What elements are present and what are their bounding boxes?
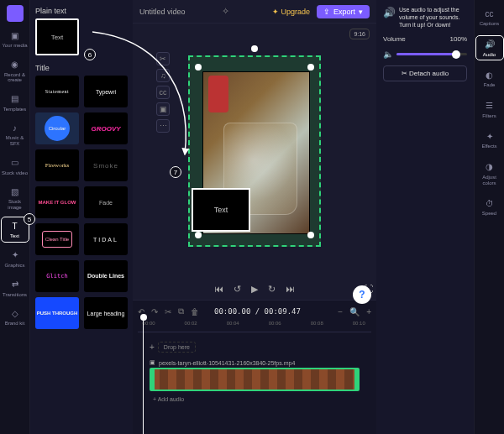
tile-circular[interactable]: Circular (35, 112, 79, 144)
clip-filename-row: ▣ pexels-taryn-elliott-10541431-2160x384… (138, 359, 371, 366)
speed-icon: ⏱ (484, 197, 496, 209)
tool-crop-icon[interactable]: ✂ (156, 52, 170, 65)
drop-zone[interactable]: Drop here (158, 342, 196, 353)
resize-handle[interactable] (195, 232, 202, 238)
slider-thumb[interactable] (452, 50, 460, 59)
resize-handle[interactable] (307, 64, 314, 71)
add-track-icon[interactable]: + (150, 342, 155, 352)
rail-templates[interactable]: ▤Templates (2, 91, 29, 115)
rail-fade[interactable]: ◐Fade (476, 66, 503, 91)
fade-icon: ◐ (484, 69, 496, 81)
tile-smoke[interactable]: Smoke (84, 149, 128, 181)
tile-push-through[interactable]: PUSH THROUGH (35, 297, 79, 329)
text-element[interactable]: Text (192, 188, 250, 232)
tile-double-lines[interactable]: Double Lines (84, 260, 128, 292)
text-panel: Plain text Text Title Statement Typewri … (30, 0, 133, 434)
tool-more-icon[interactable]: ⋯ (156, 119, 170, 133)
export-button[interactable]: ⇪ Export ▾ (317, 5, 370, 18)
tile-statement[interactable]: Statement (35, 76, 79, 107)
volume-slider[interactable]: 🔈 (383, 50, 467, 59)
tile-groovy[interactable]: GROOVY (84, 112, 128, 144)
rail-speed[interactable]: ⏱Speed (476, 195, 503, 219)
app-logo[interactable] (7, 5, 24, 22)
rail-text[interactable]: TText (2, 217, 29, 242)
delete-button[interactable]: 🗑 (191, 307, 199, 316)
title-header: Title (35, 64, 128, 72)
video-clip[interactable] (150, 368, 360, 391)
playhead[interactable] (143, 319, 144, 434)
speaker-emoji-icon: 🔊 (383, 7, 396, 29)
rail-stock-image[interactable]: ▧Stock image (2, 183, 29, 212)
tile-large-heading[interactable]: Large heading (84, 297, 128, 329)
properties-panel: 🔊 Use audio to adjust the volume of your… (376, 0, 474, 434)
zoom-out-button[interactable]: − (338, 307, 343, 316)
audio-tip: 🔊 Use audio to adjust the volume of your… (383, 7, 467, 29)
drop-track[interactable]: + Drop here (138, 336, 371, 358)
copy-button[interactable]: ⧉ (178, 306, 184, 316)
rail-transitions[interactable]: ⇄Transitions (2, 276, 29, 301)
rail-your-media[interactable]: ▣Your media (2, 27, 29, 51)
tile-make-it-glow[interactable]: MAKE IT GLOW (35, 186, 79, 218)
plain-text-header: Plain text (35, 7, 128, 15)
resize-handle[interactable] (307, 232, 314, 238)
tool-image-icon[interactable]: ▣ (156, 102, 170, 116)
cut-button[interactable]: ✂ (165, 307, 171, 316)
help-button[interactable]: ? (353, 285, 371, 304)
timeline: ? ↶ ↷ ✂ ⧉ 🗑 00:00.00 / 00:09.47 − 🔍 + 00… (133, 300, 376, 434)
add-audio-button[interactable]: + Add audio (153, 396, 184, 402)
filters-icon: ☰ (484, 100, 496, 112)
tile-fade[interactable]: Fade (84, 186, 128, 218)
step-fwd-button[interactable]: ↻ (268, 284, 276, 295)
text-icon: T (9, 220, 21, 232)
upgrade-button[interactable]: Upgrade (272, 8, 310, 16)
play-button[interactable]: ▶ (251, 284, 258, 295)
tile-clean-title[interactable]: Clean Title (35, 223, 79, 255)
zoom-fit-button[interactable]: 🔍 (349, 307, 360, 316)
tool-cc-icon[interactable]: cc (156, 86, 170, 99)
aspect-ratio-button[interactable]: 9:16 (349, 29, 370, 39)
resize-handle[interactable] (195, 64, 202, 71)
step-back-button[interactable]: ↺ (234, 284, 241, 295)
magic-icon[interactable]: ✧ (222, 6, 229, 17)
rail-captions[interactable]: ccCaptions (476, 5, 503, 29)
topbar: ✧ Upgrade ⇪ Export ▾ (133, 0, 376, 24)
rail-music[interactable]: ♪Music & SFX (2, 119, 29, 149)
left-toolbar: ▣Your media ◉Record & create ▤Templates … (0, 0, 30, 434)
tile-fireworks[interactable]: Fireworks (35, 149, 79, 181)
stage: 9:16 ✂ ♫ cc ▣ ⋯ Text (133, 24, 376, 278)
stockvideo-icon: ▭ (9, 157, 21, 169)
transport-controls: ⏮ ↺ ▶ ↻ ⏭ ⛶ (133, 278, 376, 300)
zoom-in-button[interactable]: + (366, 307, 371, 316)
detach-audio-button[interactable]: ✂ Detach audio (383, 65, 467, 81)
title-grid: Statement Typewri Circular GROOVY Firewo… (35, 76, 128, 329)
rail-graphics[interactable]: ✦Graphics (2, 247, 29, 271)
volume-value: 100% (450, 35, 467, 43)
plain-text-tile[interactable]: Text (35, 18, 79, 55)
rail-adjust-colors[interactable]: ◑Adjust colors (476, 159, 503, 188)
redo-button[interactable]: ↷ (151, 307, 158, 316)
time-ruler[interactable]: 00:00 00:02 00:04 00:06 00:08 00:10 (138, 321, 371, 332)
tile-tidal[interactable]: TIDAL (84, 223, 128, 255)
rotate-handle[interactable] (251, 45, 258, 52)
time-display: 00:00.00 / 00:09.47 (214, 307, 301, 316)
project-title-input[interactable] (139, 8, 215, 16)
canvas[interactable]: Text (188, 55, 321, 247)
timeline-tools: ↶ ↷ ✂ ⧉ 🗑 00:00.00 / 00:09.47 − 🔍 + (138, 304, 371, 319)
adjust-icon: ◑ (484, 161, 496, 173)
rail-effects[interactable]: ✦Effects (476, 128, 503, 152)
brandkit-icon: ◇ (9, 307, 21, 319)
tile-glitch[interactable]: Glitch (35, 260, 79, 292)
music-icon: ♪ (9, 122, 21, 133)
right-toolbar: ccCaptions 🔊Audio ◐Fade ☰Filters ✦Effect… (474, 0, 504, 434)
stockimage-icon: ▧ (9, 186, 21, 197)
next-button[interactable]: ⏭ (286, 284, 295, 294)
rail-stock-video[interactable]: ▭Stock video (2, 154, 29, 179)
tile-typewriter[interactable]: Typewri (84, 76, 128, 107)
rail-filters[interactable]: ☰Filters (476, 97, 503, 122)
volume-icon: 🔈 (383, 50, 393, 59)
rail-audio[interactable]: 🔊Audio (476, 36, 503, 60)
rail-record[interactable]: ◉Record & create (2, 56, 29, 86)
prev-button[interactable]: ⏮ (214, 284, 223, 294)
rail-brand-kit[interactable]: ◇Brand kit (2, 305, 29, 329)
tool-audio-icon[interactable]: ♫ (156, 69, 170, 82)
